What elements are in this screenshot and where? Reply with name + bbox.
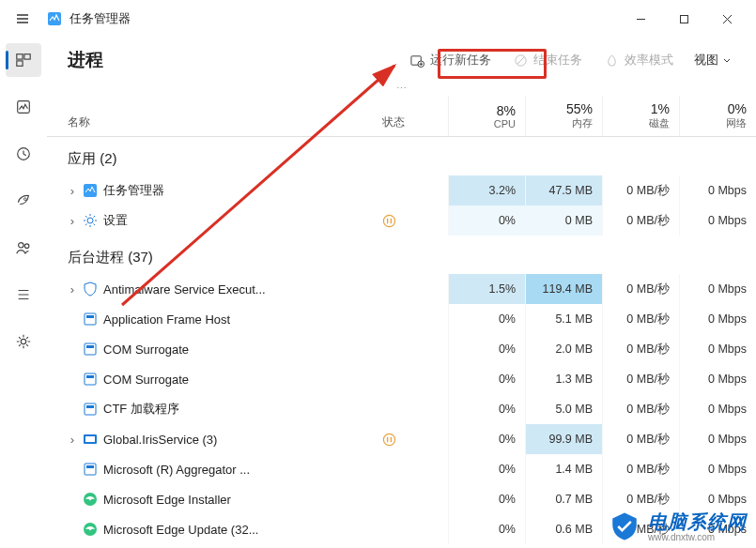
end-task-icon	[514, 53, 528, 68]
table-row[interactable]: ›任务管理器3.2%47.5 MB0 MB/秒0 Mbps	[47, 175, 756, 206]
mem-cell: 1.3 MB	[525, 364, 602, 394]
disk-cell: 0 MB/秒	[602, 514, 679, 544]
svg-rect-21	[85, 373, 96, 385]
disk-cell: 0 MB/秒	[602, 334, 679, 364]
page-header: 进程 运行新任务 结束任务 效率模式 视图	[47, 38, 756, 83]
cpu-cell: 0%	[448, 304, 525, 334]
sidebar-item-details[interactable]	[6, 278, 41, 312]
table-row[interactable]: CTF 加载程序0%5.0 MB0 MB/秒0 Mbps	[47, 394, 756, 424]
cpu-cell: 0%	[448, 484, 525, 514]
disk-cell: 0 MB/秒	[602, 424, 679, 454]
table-row[interactable]: COM Surrogate0%1.3 MB0 MB/秒0 Mbps	[47, 364, 756, 394]
minimize-button[interactable]	[619, 4, 662, 34]
cpu-lbl: CPU	[494, 118, 516, 129]
table-row[interactable]: Microsoft (R) Aggregator ...0%1.4 MB0 MB…	[47, 454, 756, 484]
table-row[interactable]: COM Surrogate0%2.0 MB0 MB/秒0 Mbps	[47, 334, 756, 364]
col-disk[interactable]: 1% 磁盘	[602, 96, 679, 136]
svg-point-8	[19, 243, 23, 248]
mem-cell: 5.1 MB	[525, 304, 602, 334]
net-cell: 0 Mbps	[679, 454, 756, 484]
mem-cell: 5.0 MB	[525, 394, 602, 424]
app-icon	[83, 402, 98, 417]
hamburger-menu[interactable]	[8, 4, 38, 34]
col-mem[interactable]: 55% 内存	[525, 96, 602, 136]
cpu-cell: 0%	[448, 364, 525, 394]
close-button[interactable]	[705, 4, 748, 34]
expand-caret[interactable]: ›	[68, 433, 77, 447]
table-row[interactable]: Microsoft Edge Installer0%0.7 MB0 MB/秒0 …	[47, 484, 756, 514]
col-net[interactable]: 0% 网络	[679, 96, 756, 136]
col-status[interactable]: 状态	[382, 96, 448, 136]
net-cell: 0 Mbps	[679, 364, 756, 394]
efficiency-button[interactable]: 效率模式	[595, 46, 683, 74]
maximize-button[interactable]	[662, 4, 705, 34]
svg-rect-17	[85, 313, 96, 325]
name-cell: Application Frame Host	[47, 312, 382, 327]
window-controls	[619, 4, 748, 34]
net-lbl: 网络	[726, 116, 747, 130]
process-name: Application Frame Host	[103, 312, 230, 327]
main-wrap: 进程 运行新任务 结束任务 效率模式 视图	[0, 38, 756, 548]
app-icon	[47, 11, 62, 26]
edge-icon	[83, 492, 98, 507]
status-cell	[382, 433, 448, 447]
col-cpu[interactable]: 8% CPU	[448, 96, 525, 136]
efficiency-icon	[605, 53, 619, 68]
sidebar-item-services[interactable]	[6, 325, 41, 358]
svg-rect-28	[85, 464, 96, 475]
svg-rect-18	[86, 315, 94, 318]
mem-cell: 0.6 MB	[525, 514, 602, 544]
process-name: 设置	[103, 212, 128, 229]
expand-caret[interactable]: ›	[68, 282, 77, 297]
settings-icon	[83, 213, 98, 228]
svg-point-27	[383, 434, 394, 445]
sidebar	[0, 38, 47, 548]
cpu-cell: 0%	[448, 514, 525, 544]
svg-rect-20	[86, 345, 94, 348]
sidebar-item-startup[interactable]	[6, 184, 41, 218]
table-row[interactable]: ›Global.IrisService (3)0%99.9 MB0 MB/秒0 …	[47, 424, 756, 454]
svg-rect-22	[86, 375, 94, 378]
expand-caret[interactable]: ›	[68, 214, 77, 228]
name-cell: Microsoft Edge Update (32...	[47, 522, 382, 537]
process-name: CTF 加载程序	[103, 401, 179, 418]
svg-rect-5	[18, 101, 30, 114]
process-name: COM Surrogate	[103, 373, 189, 387]
mem-cell: 99.9 MB	[525, 424, 602, 454]
expand-caret[interactable]: ›	[68, 184, 77, 198]
app-title: 任务管理器	[69, 10, 131, 27]
taskmgr-icon	[83, 183, 98, 198]
table-row[interactable]: ›设置0%0 MB0 MB/秒0 Mbps	[47, 206, 756, 236]
group-header: 应用 (2)	[47, 137, 756, 175]
sidebar-item-processes[interactable]	[6, 43, 41, 77]
name-cell: ›任务管理器	[47, 182, 382, 199]
disk-pct: 1%	[651, 101, 670, 116]
name-cell: ›设置	[47, 212, 382, 229]
table-row[interactable]: Microsoft Edge Update (32...0%0.6 MB0 MB…	[47, 514, 756, 544]
new-task-button[interactable]: 运行新任务	[401, 46, 501, 74]
net-cell: 0 Mbps	[679, 334, 756, 364]
mem-cell: 0 MB	[525, 206, 602, 236]
table-row[interactable]: Application Frame Host0%5.1 MB0 MB/秒0 Mb…	[47, 304, 756, 334]
edge-icon	[83, 522, 98, 537]
table-row[interactable]: ›Antimalware Service Execut...1.5%119.4 …	[47, 274, 756, 304]
resize-grip[interactable]: ⋯	[47, 83, 756, 96]
end-task-button[interactable]: 结束任务	[504, 46, 592, 74]
svg-rect-24	[86, 405, 94, 408]
view-button[interactable]: 视图	[687, 46, 739, 74]
mem-pct: 55%	[566, 101, 593, 116]
col-name[interactable]: 名称	[47, 96, 382, 136]
end-task-label: 结束任务	[533, 52, 582, 68]
svg-rect-1	[680, 15, 687, 23]
name-cell: ›Antimalware Service Execut...	[47, 282, 382, 297]
sidebar-item-history[interactable]	[6, 137, 41, 171]
process-list[interactable]: 应用 (2)›任务管理器3.2%47.5 MB0 MB/秒0 Mbps›设置0%…	[47, 137, 756, 548]
column-headers: 名称 状态 8% CPU 55% 内存 1% 磁盘 0% 网络	[47, 96, 756, 137]
svg-rect-23	[85, 403, 96, 415]
sidebar-item-performance[interactable]	[6, 90, 41, 124]
svg-rect-2	[17, 54, 23, 59]
cpu-cell: 0%	[448, 454, 525, 484]
disk-cell: 0 MB/秒	[602, 206, 679, 236]
app-icon	[83, 342, 98, 357]
sidebar-item-users[interactable]	[6, 231, 41, 265]
